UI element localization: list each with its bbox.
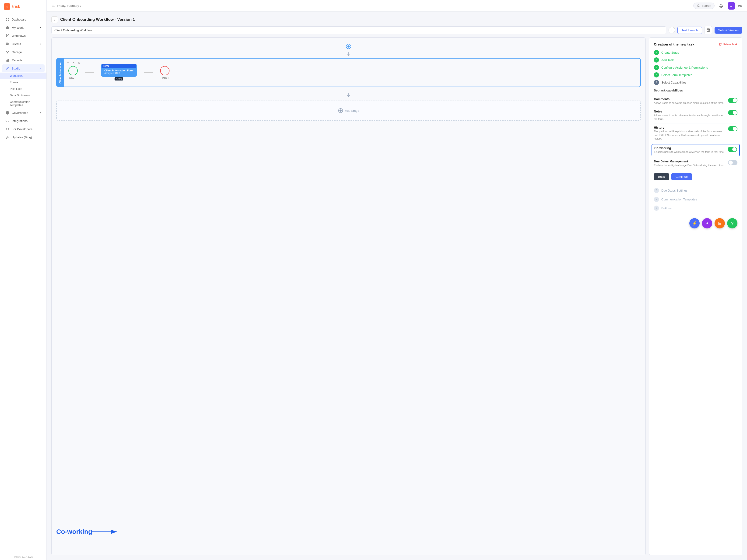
studio-submenu: Workflows Forms Pick Lists Data Dictiona…: [0, 73, 47, 108]
svg-rect-12: [7, 59, 8, 61]
fab-layout-btn[interactable]: ⊞: [715, 218, 725, 229]
stage-block: Client Information ✛ ✕ ⊕ START: [56, 58, 641, 87]
avatar-image: AI: [729, 3, 734, 8]
cap-desc-comments: Allows users to converse on each single …: [654, 101, 725, 105]
brand-name: trisk: [12, 4, 20, 9]
svg-rect-11: [6, 60, 6, 61]
sidebar-item-for-developers-label: For Developers: [12, 127, 41, 131]
canvas-area: Client Information ✛ ✕ ⊕ START: [51, 37, 646, 555]
check-label-2[interactable]: Configure Assignee & Permissions: [661, 66, 708, 69]
sidebar-item-studio-workflows[interactable]: Workflows: [0, 73, 47, 79]
workspace: Client Information ✛ ✕ ⊕ START: [51, 37, 742, 555]
sidebar-item-updates-blog[interactable]: Updates (Blog): [2, 133, 45, 141]
search-icon: [697, 4, 700, 7]
down-arrow-icon-2: [347, 92, 350, 97]
sidebar-item-workflows[interactable]: Workflows: [2, 32, 45, 40]
info-btn[interactable]: i: [669, 27, 675, 33]
sidebar-item-studio-communication-templates[interactable]: Communication Templates: [0, 99, 47, 108]
checklist: ✓ Create Stage ✓ Add Task ✓ Configure As…: [654, 50, 738, 85]
users-icon: [6, 42, 9, 46]
stage-inner: ✛ ✕ ⊕ START: [64, 59, 640, 86]
add-stage-icon: [338, 108, 343, 113]
toggle-due-dates[interactable]: [728, 160, 738, 165]
logo-area: t trisk: [0, 0, 47, 13]
connector-line-2: [144, 72, 153, 73]
capabilities-list: Comments Allows users to converse on eac…: [654, 95, 738, 169]
fab-help-btn[interactable]: ?: [727, 218, 738, 229]
cap-name-comments: Comments: [654, 97, 725, 101]
add-node-top[interactable]: [56, 42, 641, 51]
layout-icon: [706, 28, 710, 32]
toggle-coworking[interactable]: [728, 147, 737, 152]
toggle-notes[interactable]: [728, 110, 738, 115]
check-label-3[interactable]: Select Form Templates: [661, 73, 692, 77]
capability-notes: Notes Allows users to write private note…: [654, 107, 738, 124]
toggle-comments[interactable]: [728, 98, 738, 103]
svg-point-7: [6, 36, 7, 37]
delete-task-button[interactable]: Delete Task: [719, 43, 738, 46]
fab-lightning-btn[interactable]: ⚡: [689, 218, 700, 229]
add-stage-area[interactable]: Add Stage: [56, 101, 641, 121]
search-box[interactable]: Search: [693, 3, 715, 9]
edit-icon: [6, 66, 9, 70]
inactive-num-5: 5: [654, 188, 659, 193]
sidebar-item-dashboard[interactable]: Dashboard: [2, 16, 45, 23]
zoom-stage-btn[interactable]: ⊕: [77, 60, 81, 65]
shield-icon: [6, 111, 9, 114]
sidebar-item-studio-forms[interactable]: Forms: [0, 79, 47, 86]
submit-version-button[interactable]: Submit Version: [715, 27, 742, 34]
box-icon: [6, 50, 9, 54]
panel-header: Creation of the new task Delete Task: [654, 42, 738, 46]
back-button[interactable]: Back: [654, 173, 669, 180]
notifications-btn[interactable]: [717, 2, 725, 9]
check-label-1[interactable]: Add Task: [661, 58, 674, 62]
main-area: Friday, February 7 Search AI MB Client O…: [47, 0, 747, 560]
collapse-sidebar-icon[interactable]: [51, 4, 55, 8]
sidebar-item-studio-label: Studio: [12, 67, 37, 70]
svg-rect-17: [52, 6, 55, 7]
delete-stage-btn[interactable]: ✕: [71, 60, 76, 65]
check-label-4[interactable]: Select Capabilities: [661, 81, 686, 84]
add-stage-label: Add Stage: [345, 109, 359, 112]
sidebar-item-my-work-label: My Work: [12, 26, 37, 29]
fab-sparkle-btn[interactable]: ✦: [702, 218, 712, 229]
sidebar-item-updates-blog-label: Updates (Blog): [12, 136, 41, 139]
sidebar-item-my-work[interactable]: My Work ▾: [2, 24, 45, 31]
link-icon: [6, 119, 9, 123]
sidebar-item-integrations[interactable]: Integrations: [2, 117, 45, 125]
sidebar-item-for-developers[interactable]: For Developers: [2, 125, 45, 133]
check-label-0[interactable]: Create Stage: [661, 51, 679, 54]
layout-icon-btn[interactable]: [704, 26, 712, 34]
fab-row: ⚡ ✦ ⊞ ?: [654, 218, 738, 229]
down-arrow-2: [56, 92, 641, 98]
svg-point-14: [6, 138, 7, 139]
capability-coworking: Co-working Enables users to work collabo…: [651, 144, 740, 156]
sidebar-item-reports[interactable]: Reports: [2, 56, 45, 64]
git-branch-icon: [6, 34, 9, 37]
back-btn[interactable]: [51, 16, 58, 23]
check-icon-2: ✓: [654, 65, 659, 70]
user-initials: MB: [738, 4, 742, 7]
my-work-chevron-icon: ▾: [40, 26, 41, 29]
workflow-name-input[interactable]: [51, 26, 666, 34]
svg-point-10: [8, 43, 9, 44]
test-launch-button[interactable]: Test Launch: [677, 27, 702, 34]
cap-name-due-dates: Due Dates Management: [654, 160, 725, 163]
sidebar-item-studio-data-dictionary[interactable]: Data Dictionary: [0, 92, 47, 99]
sidebar-item-garage[interactable]: Garage: [2, 48, 45, 56]
sidebar-item-studio[interactable]: Studio ▴: [2, 64, 45, 72]
delete-task-label: Delete Task: [723, 43, 738, 46]
svg-rect-4: [6, 20, 7, 21]
continue-button[interactable]: Continue: [671, 173, 692, 180]
form-node-label: Form: [102, 64, 136, 68]
sidebar-item-clients[interactable]: Clients ▾: [2, 40, 45, 48]
grid-icon: [6, 18, 9, 21]
move-stage-btn[interactable]: ✛: [66, 60, 70, 65]
sidebar-item-governance[interactable]: Governance ▾: [2, 109, 45, 117]
cap-info-notes: Notes Allows users to write private note…: [654, 110, 725, 121]
user-avatar[interactable]: AI: [728, 2, 735, 9]
sidebar-item-studio-pick-lists[interactable]: Pick Lists: [0, 86, 47, 92]
back-arrow-icon: [53, 18, 56, 21]
form-node-box[interactable]: Form Client Information Form Assignee: C…: [101, 64, 137, 77]
toggle-history[interactable]: [728, 126, 738, 131]
